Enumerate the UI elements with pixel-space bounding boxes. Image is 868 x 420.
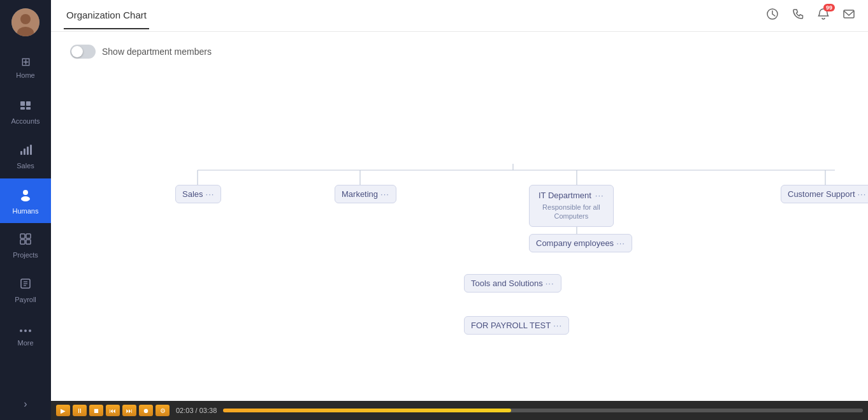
customer-support-label: Customer Support	[788, 189, 855, 199]
progress-bar[interactable]	[223, 409, 863, 412]
svg-point-12	[21, 196, 30, 201]
svg-rect-14	[26, 234, 31, 238]
payroll-test-dots[interactable]: ···	[553, 321, 562, 330]
sidebar-item-sales[interactable]: Sales	[0, 134, 51, 178]
more-icon	[19, 323, 32, 337]
svg-rect-25	[844, 10, 854, 18]
payroll-test-label: FOR PAYROLL TEST	[471, 321, 551, 330]
sidebar-item-humans[interactable]: Humans	[0, 178, 51, 223]
time-right: 03:38	[199, 407, 217, 414]
projects-icon	[19, 233, 32, 249]
sales-icon	[19, 143, 32, 159]
sidebar-item-more-label: More	[17, 339, 33, 347]
svg-rect-10	[30, 145, 32, 155]
sales-node-dots[interactable]: ···	[206, 189, 215, 199]
toggle-row: Show department members	[70, 45, 849, 59]
expand-icon: ›	[24, 398, 27, 410]
stop-button[interactable]: ⏹	[89, 405, 103, 416]
tab-organization-chart[interactable]: Organization Chart	[64, 10, 149, 29]
sidebar-item-projects-label: Projects	[13, 251, 38, 259]
time-display: 02:03 / 03:38	[176, 407, 217, 414]
tools-solutions-dots[interactable]: ···	[546, 279, 554, 288]
tools-solutions-label: Tools and Solutions	[471, 279, 543, 288]
svg-point-21	[20, 329, 22, 332]
avatar-wrap	[0, 0, 51, 45]
sales-node-label: Sales	[182, 189, 203, 199]
it-dept-label: IT Department	[539, 191, 591, 200]
org-node-it-dept[interactable]: IT Department ··· Responsible for allCom…	[529, 185, 614, 227]
sidebar-item-more[interactable]: More	[0, 312, 51, 357]
org-node-marketing[interactable]: Marketing ···	[335, 185, 396, 203]
svg-point-23	[29, 329, 31, 332]
sidebar-item-accounts[interactable]: Accounts	[0, 89, 51, 134]
pause-button[interactable]: ⏸	[73, 405, 87, 416]
marketing-node-dots[interactable]: ···	[380, 189, 389, 199]
org-chart: Sales ··· Marketing ··· IT Department ··…	[70, 71, 849, 326]
history-icon[interactable]	[766, 8, 779, 24]
org-node-payroll-test[interactable]: FOR PAYROLL TEST ···	[464, 316, 569, 335]
notification-count: 99	[823, 4, 835, 11]
sidebar-item-sales-label: Sales	[17, 162, 34, 170]
show-members-toggle[interactable]	[70, 45, 96, 59]
record-button[interactable]: ⏺	[139, 405, 153, 416]
topbar-left: Organization Chart	[64, 2, 149, 29]
mail-icon[interactable]	[843, 8, 855, 24]
toggle-knob	[71, 46, 83, 57]
svg-rect-15	[20, 240, 25, 244]
sidebar-item-payroll[interactable]: Payroll	[0, 268, 51, 312]
svg-point-11	[23, 190, 28, 195]
sidebar: ⊞ Home Accounts	[0, 0, 51, 420]
org-node-tools-solutions[interactable]: Tools and Solutions ···	[464, 274, 561, 293]
next-button[interactable]: ⏭	[122, 405, 136, 416]
humans-icon	[18, 187, 33, 205]
toggle-label: Show department members	[102, 47, 212, 57]
sidebar-item-home[interactable]: ⊞ Home	[0, 45, 51, 89]
svg-rect-13	[20, 234, 25, 238]
accounts-icon	[19, 99, 32, 115]
org-node-sales[interactable]: Sales ···	[175, 185, 221, 203]
svg-rect-16	[26, 240, 31, 244]
prev-button[interactable]: ⏮	[106, 405, 120, 416]
it-dept-sub: Responsible for allComputers	[542, 203, 600, 221]
topbar: Organization Chart 99	[51, 0, 868, 32]
nav-items: ⊞ Home Accounts	[0, 45, 51, 388]
marketing-node-label: Marketing	[342, 189, 378, 199]
bottom-bar: ▶ ⏸ ⏹ ⏮ ⏭ ⏺ ⚙ 02:03 / 03:38	[51, 401, 868, 420]
home-icon: ⊞	[21, 55, 31, 69]
svg-rect-4	[26, 101, 31, 106]
svg-rect-8	[24, 148, 25, 155]
payroll-icon	[19, 277, 32, 293]
svg-point-22	[24, 329, 27, 332]
svg-rect-3	[20, 101, 25, 106]
svg-rect-9	[27, 147, 29, 155]
org-node-company-employees[interactable]: Company employees ···	[529, 234, 632, 252]
org-node-customer-support[interactable]: Customer Support ···	[781, 185, 868, 203]
sidebar-expand-button[interactable]: ›	[0, 388, 51, 420]
topbar-right: 99	[766, 8, 855, 24]
company-employees-label: Company employees	[536, 238, 614, 248]
play-button[interactable]: ▶	[56, 405, 70, 416]
sidebar-item-projects[interactable]: Projects	[0, 223, 51, 268]
phone-icon[interactable]	[792, 8, 804, 24]
main-content: Organization Chart 99	[51, 0, 868, 420]
progress-fill	[223, 409, 511, 412]
svg-point-1	[20, 14, 31, 24]
customer-support-dots[interactable]: ···	[858, 189, 867, 199]
content-area: Show department members	[51, 32, 868, 401]
svg-rect-5	[20, 107, 25, 110]
sidebar-item-humans-label: Humans	[13, 207, 39, 215]
time-left: 02:03	[176, 407, 194, 414]
sidebar-item-home-label: Home	[16, 71, 34, 79]
company-employees-dots[interactable]: ···	[616, 238, 625, 248]
notification-bell-icon[interactable]: 99	[817, 8, 830, 24]
svg-rect-7	[20, 151, 22, 155]
settings-button[interactable]: ⚙	[156, 405, 170, 416]
sidebar-item-accounts-label: Accounts	[11, 117, 40, 125]
avatar[interactable]	[11, 8, 40, 36]
svg-rect-6	[26, 107, 31, 110]
it-dept-dots[interactable]: ···	[595, 191, 604, 200]
sidebar-item-payroll-label: Payroll	[15, 296, 36, 303]
